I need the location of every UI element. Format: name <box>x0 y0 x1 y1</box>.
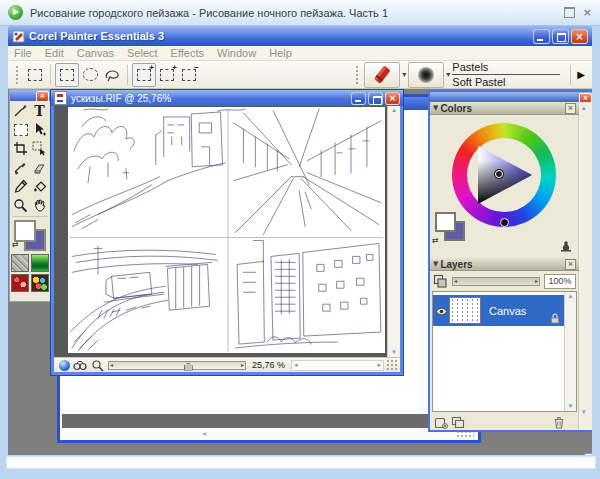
menu-window[interactable]: Window <box>217 47 256 59</box>
crop-tool[interactable] <box>11 139 30 158</box>
painter-titlebar[interactable]: Corel Painter Essentials 3 × <box>8 26 592 46</box>
document-titlebar[interactable]: ускизы.RIF @ 25,76% × <box>51 90 403 106</box>
layers-list-vscrollbar[interactable]: ▴ ▾ <box>564 292 576 411</box>
rect-selection-tool-button[interactable] <box>24 64 46 86</box>
outer-close-button[interactable]: × <box>583 7 592 18</box>
menu-canvas[interactable]: Canvas <box>77 47 114 59</box>
flyout-menu-icon[interactable]: ▶ <box>577 70 585 80</box>
hue-ring[interactable] <box>452 123 556 227</box>
colors-front-swatch[interactable] <box>435 212 456 232</box>
lasso-mode-button[interactable] <box>101 64 123 86</box>
outer-restore-button[interactable] <box>564 7 575 18</box>
eraser-tool[interactable] <box>30 158 49 177</box>
toolbox-titlebar[interactable]: × <box>10 90 50 101</box>
menu-select[interactable]: Select <box>127 47 158 59</box>
palettes-vscrollbar[interactable]: ▴ ▾ <box>578 102 592 430</box>
trash-icon[interactable] <box>553 416 565 429</box>
layer-opacity-value[interactable]: 100% <box>544 274 576 289</box>
grabber-hand-tool[interactable] <box>30 196 49 215</box>
binoculars-icon[interactable] <box>73 360 87 371</box>
document-maximize-button[interactable] <box>368 92 383 105</box>
brush-category-label[interactable]: Pastels <box>452 61 560 75</box>
rectangular-selection-tool[interactable] <box>11 120 30 139</box>
layer-visibility-eye-icon[interactable] <box>433 302 449 320</box>
zoom-slider-handle[interactable] <box>184 363 193 371</box>
new-layer-icon[interactable] <box>434 416 448 429</box>
layer-adjuster-tool[interactable] <box>30 120 49 139</box>
menu-effects[interactable]: Effects <box>171 47 204 59</box>
slider-right-icon[interactable]: ▸ <box>535 278 538 284</box>
colors-panel-close-button[interactable]: × <box>565 103 576 114</box>
text-tool[interactable]: T <box>30 101 49 120</box>
brush-tool[interactable] <box>11 101 30 120</box>
minimize-button[interactable] <box>533 29 550 44</box>
scroll-down-icon[interactable]: ▾ <box>569 403 573 410</box>
document-close-button[interactable]: × <box>385 92 400 105</box>
selection-adjuster-tool[interactable] <box>30 139 49 158</box>
gradient-selector[interactable] <box>31 254 49 272</box>
document-vscrollbar[interactable]: ▴ ▾ <box>387 106 400 357</box>
toolbox-close-button[interactable]: × <box>36 91 49 102</box>
dropper-tool[interactable] <box>11 177 30 196</box>
zoom-slider[interactable]: ◂ ▸ <box>108 361 246 370</box>
hue-marker[interactable] <box>500 218 509 227</box>
swap-colors-icon[interactable]: ⇄ <box>12 241 19 249</box>
layer-opacity-slider[interactable]: ◂ ▸ <box>452 277 540 286</box>
scroll-left-icon[interactable]: ◂ <box>202 430 206 438</box>
selection-ellipse-mode-button[interactable] <box>79 64 101 86</box>
sv-marker[interactable] <box>495 170 503 178</box>
layer-composite-icon[interactable] <box>433 274 448 289</box>
scroll-up-icon[interactable]: ▴ <box>392 107 396 114</box>
zoom-magnifier-icon[interactable] <box>91 359 104 372</box>
workspace-scroll-down-button[interactable]: ▾ <box>584 453 592 455</box>
toolbar-grip[interactable] <box>15 65 20 85</box>
scroll-left-icon[interactable]: ◂ <box>294 362 298 369</box>
layer-row-canvas[interactable]: Canvas <box>433 295 564 326</box>
saturation-value-triangle[interactable] <box>468 139 540 211</box>
brush-variant-button[interactable]: ▾ <box>408 62 444 88</box>
subtract-from-selection-button[interactable]: − <box>178 64 200 86</box>
scroll-down-icon[interactable]: ▾ <box>392 349 396 356</box>
outer-window-titlebar[interactable]: Рисование городского пейзажа - Рисование… <box>0 0 600 26</box>
palettes-titlebar[interactable]: × <box>430 92 592 102</box>
duplicate-layer-icon[interactable] <box>451 416 466 429</box>
scroll-down-icon[interactable]: ▾ <box>582 409 586 416</box>
menu-file[interactable]: File <box>14 47 32 59</box>
nozzle-selector[interactable] <box>31 274 49 292</box>
zoom-slider-right-icon[interactable]: ▸ <box>240 362 245 368</box>
paint-bucket-tool[interactable] <box>30 177 49 196</box>
background-document-hscrollbar[interactable]: ◂ <box>62 428 476 440</box>
menu-help[interactable]: Help <box>269 47 292 59</box>
brush-bar-grip[interactable] <box>355 65 360 85</box>
scroll-up-icon[interactable]: ▴ <box>582 105 586 112</box>
layers-panel-close-button[interactable]: × <box>565 259 576 270</box>
pattern-selector[interactable] <box>11 274 29 292</box>
clone-color-stamp-icon[interactable] <box>559 238 573 252</box>
front-color-swatch[interactable] <box>14 220 36 242</box>
selection-rect-mode-button[interactable] <box>55 63 79 87</box>
scroll-up-icon[interactable]: ▴ <box>569 293 573 300</box>
window-resize-grip[interactable] <box>386 359 398 371</box>
zoom-slider-left-icon[interactable]: ◂ <box>109 362 114 368</box>
collapse-icon[interactable]: ▼ <box>433 105 438 112</box>
layers-panel-header[interactable]: ▼ Layers × <box>430 258 579 271</box>
paper-selector[interactable] <box>11 254 29 272</box>
document-minimize-button[interactable] <box>351 92 366 105</box>
navigator-sphere-icon[interactable] <box>59 360 70 371</box>
collapse-icon[interactable]: ▼ <box>433 261 438 268</box>
restore-button[interactable] <box>552 29 569 44</box>
new-selection-button[interactable]: + <box>132 63 156 87</box>
slider-left-icon[interactable]: ◂ <box>454 278 457 284</box>
close-button[interactable]: × <box>571 29 588 44</box>
cloner-tool[interactable] <box>11 158 30 177</box>
document-canvas[interactable] <box>68 107 385 353</box>
layer-lock-icon[interactable] <box>550 313 560 324</box>
swap-colors-icon[interactable]: ⇄ <box>432 237 439 245</box>
menu-edit[interactable]: Edit <box>45 47 64 59</box>
scroll-right-icon[interactable]: ▸ <box>377 362 381 369</box>
document-hscrollbar[interactable]: ◂ ▸ <box>291 360 384 371</box>
brush-variant-label[interactable]: Soft Pastel <box>452 76 560 88</box>
magnifier-tool[interactable] <box>11 196 30 215</box>
brush-category-button[interactable]: ▾ <box>364 62 400 88</box>
add-to-selection-button[interactable]: + <box>156 64 178 86</box>
